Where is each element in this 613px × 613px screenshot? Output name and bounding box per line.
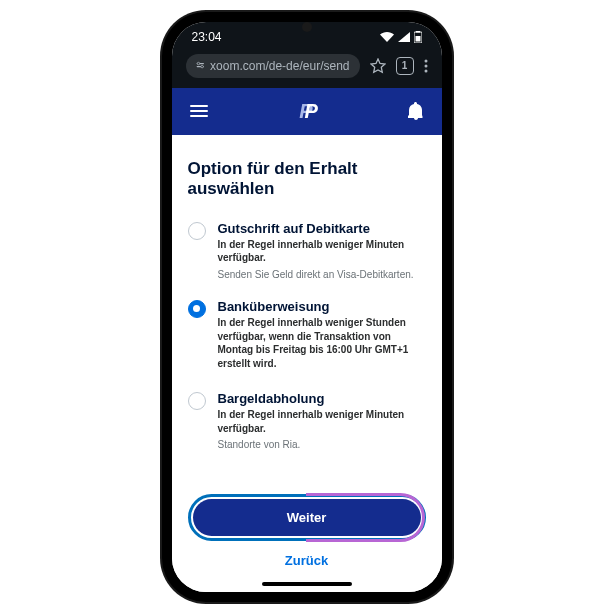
phone-frame: 23:04 xoom.com/de-de/eur/send 1 PP [162,12,452,602]
star-icon[interactable] [370,58,386,74]
url-bar[interactable]: xoom.com/de-de/eur/send [186,54,360,78]
svg-point-8 [424,64,427,67]
phone-screen: 23:04 xoom.com/de-de/eur/send 1 PP [172,22,442,592]
status-time: 23:04 [192,30,222,44]
notifications-icon[interactable] [408,102,424,120]
radio-cash-pickup[interactable] [188,392,206,410]
continue-button[interactable]: Weiter [193,499,421,536]
status-icons [380,31,422,43]
option-bank-transfer[interactable]: Banküberweisung In der Regel innerhalb w… [188,299,426,373]
page-title: Option für den Erhalt auswählen [188,159,426,199]
primary-button-highlight: Weiter [188,494,426,541]
app-header: PP [172,88,442,135]
svg-rect-2 [415,36,420,42]
tab-count[interactable]: 1 [396,57,414,75]
page-footer: Weiter Zurück [172,484,442,592]
option-note: Senden Sie Geld direkt an Visa-Debitkart… [218,268,426,282]
home-indicator[interactable] [262,582,352,586]
camera-notch [302,22,312,32]
wifi-icon [380,32,394,42]
paypal-logo[interactable]: PP [299,100,316,123]
option-title: Banküberweisung [218,299,426,314]
page-content: Option für den Erhalt auswählen Gutschri… [172,135,442,484]
svg-rect-1 [416,31,420,33]
svg-point-9 [424,69,427,72]
url-text: xoom.com/de-de/eur/send [210,59,349,73]
option-desc: In der Regel innerhalb weniger Stunden v… [218,316,426,370]
svg-point-5 [197,62,199,64]
radio-bank-transfer[interactable] [188,300,206,318]
svg-point-7 [424,59,427,62]
option-title: Bargeldabholung [218,391,426,406]
browser-bar: xoom.com/de-de/eur/send 1 [172,48,442,88]
back-button[interactable]: Zurück [188,553,426,568]
browser-menu-icon[interactable] [424,59,428,73]
radio-debit-card[interactable] [188,222,206,240]
option-desc: In der Regel innerhalb weniger Minuten v… [218,408,426,435]
option-note: Standorte von Ria. [218,438,426,452]
option-desc: In der Regel innerhalb weniger Minuten v… [218,238,426,265]
hamburger-menu-icon[interactable] [190,105,208,117]
battery-icon [414,31,422,43]
site-settings-icon [196,59,205,73]
signal-icon [398,32,410,42]
option-title: Gutschrift auf Debitkarte [218,221,426,236]
svg-point-6 [200,65,202,67]
option-cash-pickup[interactable]: Bargeldabholung In der Regel innerhalb w… [188,391,426,452]
option-debit-card[interactable]: Gutschrift auf Debitkarte In der Regel i… [188,221,426,282]
